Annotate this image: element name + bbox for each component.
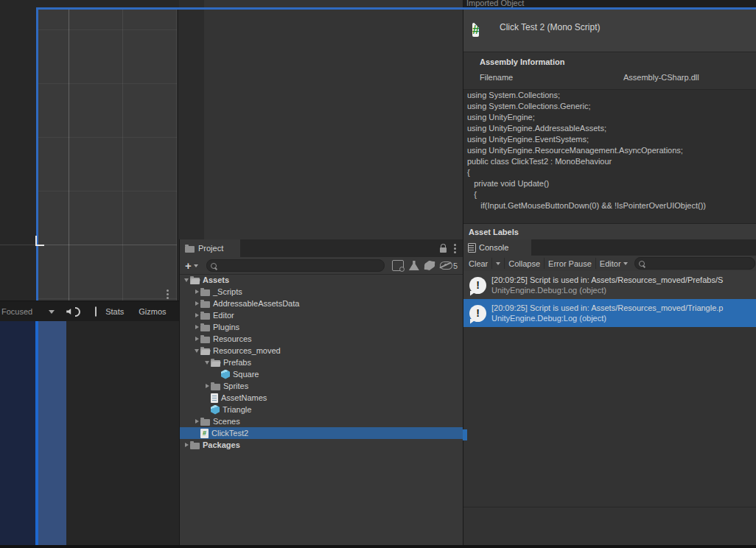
tab-console[interactable]: Console xyxy=(463,239,531,256)
game-view[interactable] xyxy=(0,321,179,545)
clear-dropdown-arrow-icon[interactable] xyxy=(492,262,504,265)
foldout-arrow-icon[interactable] xyxy=(193,325,200,329)
tree-item[interactable]: Sprites xyxy=(180,380,463,392)
folder-icon xyxy=(190,443,200,449)
asset-labels-section[interactable]: Asset Labels xyxy=(463,223,756,240)
console-panel: Console Clear Collapse Error Pause Edito… xyxy=(463,239,756,548)
error-pause-button[interactable]: Error Pause xyxy=(545,259,595,268)
label-filter-icon[interactable] xyxy=(424,260,435,271)
console-search-input[interactable] xyxy=(634,257,755,270)
project-tree: Assets_ScriptsAddressableAssetsDataEdito… xyxy=(180,274,463,545)
lock-icon[interactable] xyxy=(440,247,447,253)
create-asset-arrow-icon[interactable] xyxy=(194,264,198,267)
foldout-arrow-icon[interactable] xyxy=(193,301,200,306)
favorites-icon[interactable] xyxy=(409,261,419,270)
console-toolbar: Clear Collapse Error Pause Editor xyxy=(463,256,756,272)
scene-axis-vertical xyxy=(69,10,69,301)
folder-icon xyxy=(185,246,195,253)
project-menu-icon[interactable] xyxy=(454,244,456,253)
tree-item[interactable]: Plugins xyxy=(180,321,463,333)
mute-audio-button[interactable] xyxy=(60,307,85,317)
scene-view-extension xyxy=(179,0,463,239)
tree-item-label: Assets xyxy=(203,275,229,284)
tree-item-label: Packages xyxy=(203,440,240,449)
folder-open-icon xyxy=(200,348,210,355)
hidden-packages-toggle[interactable]: 5 xyxy=(440,261,458,270)
stats-button[interactable]: Stats xyxy=(101,307,128,316)
tree-item[interactable]: Triangle xyxy=(180,404,463,415)
unity-editor-window: Focused Stats Gizmos Project xyxy=(0,0,756,548)
tree-item[interactable]: Resources_moved xyxy=(180,345,463,356)
filename-value: Assembly-CSharp.dll xyxy=(623,73,699,82)
foldout-arrow-icon[interactable] xyxy=(183,443,190,447)
open-search-window-icon[interactable] xyxy=(392,260,404,271)
log-message-icon: ! xyxy=(469,277,486,294)
asset-labels-header: Asset Labels xyxy=(469,228,519,236)
tree-item-label: Resources xyxy=(213,334,252,343)
code-line: private void Update() xyxy=(463,178,756,189)
project-search-input[interactable] xyxy=(206,259,385,272)
folder-open-icon xyxy=(190,278,200,284)
tree-item-label: ClickTest2 xyxy=(211,429,248,438)
code-line: using System.Collections; xyxy=(463,90,756,101)
foldout-arrow-icon[interactable] xyxy=(203,384,211,388)
editor-dropdown[interactable]: Editor xyxy=(596,259,631,268)
collapse-button[interactable]: Collapse xyxy=(505,259,544,268)
filename-label: Filename xyxy=(480,73,513,82)
tree-item[interactable]: Prefabs xyxy=(180,356,463,368)
tree-item[interactable]: Editor xyxy=(180,309,463,321)
inspector-panel: Imported Object # Click Test 2 (Mono Scr… xyxy=(463,0,756,239)
foldout-arrow-icon[interactable] xyxy=(193,419,200,424)
tree-item[interactable]: Packages xyxy=(180,439,463,451)
game-view-toolbar: Focused Stats Gizmos xyxy=(0,301,179,323)
clear-button[interactable]: Clear xyxy=(465,259,491,268)
tree-item[interactable]: _Scripts xyxy=(180,286,463,298)
inspector-context-bar: Imported Object xyxy=(463,0,756,7)
script-icon: # xyxy=(200,429,209,438)
tree-item-label: Sprites xyxy=(223,382,248,390)
gizmos-button[interactable]: Gizmos xyxy=(134,307,170,316)
focus-outline-left xyxy=(36,7,38,301)
console-divider xyxy=(463,507,756,507)
tree-item[interactable]: Assets xyxy=(180,274,463,286)
foldout-arrow-icon[interactable] xyxy=(193,289,200,294)
code-line: { xyxy=(463,167,756,178)
foldout-arrow-icon[interactable] xyxy=(203,361,211,365)
console-log-entry[interactable]: ![20:09:25] Script is used in: Assets/Re… xyxy=(463,271,756,299)
foldout-arrow-icon[interactable] xyxy=(193,349,200,353)
tree-item-label: Scenes xyxy=(213,417,240,426)
folder-open-icon xyxy=(211,360,220,367)
console-tab-bar: Console xyxy=(463,239,756,256)
tree-item[interactable]: #ClickTest2 xyxy=(180,427,463,439)
display-mode-dropdown[interactable]: Focused xyxy=(1,307,32,316)
foldout-arrow-icon[interactable] xyxy=(193,337,200,341)
code-line: using UnityEngine.ResourceManagement.Asy… xyxy=(463,145,756,156)
create-asset-button[interactable]: + xyxy=(185,260,192,271)
tab-project[interactable]: Project xyxy=(180,239,240,257)
tree-item[interactable]: Scenes xyxy=(180,415,463,427)
script-preview[interactable]: using System.Collections;using System.Co… xyxy=(463,90,756,223)
inspector-title: Click Test 2 (Mono Script) xyxy=(500,22,600,32)
tree-item[interactable]: AssetNames xyxy=(180,392,463,404)
folder-icon xyxy=(211,384,220,390)
tree-item[interactable]: Square xyxy=(180,368,463,380)
code-line: using System.Collections.Generic; xyxy=(463,101,756,112)
game-view-more-icon[interactable] xyxy=(167,289,169,299)
tree-item[interactable]: AddressableAssetsData xyxy=(180,298,463,309)
tree-item[interactable]: Resources xyxy=(180,333,463,345)
console-log-entry[interactable]: ![20:09:25] Script is used in: Assets/Re… xyxy=(463,299,756,327)
code-line: public class ClickTest2 : MonoBehaviour xyxy=(463,156,756,167)
console-icon xyxy=(468,243,476,253)
camera-rect-corner xyxy=(35,236,44,246)
display-mode-arrow-icon[interactable] xyxy=(49,310,55,314)
scene-view[interactable] xyxy=(0,0,179,301)
code-line: using UnityEngine.AddressableAssets; xyxy=(463,123,756,134)
project-tab-bar: Project xyxy=(180,239,463,257)
foldout-arrow-icon[interactable] xyxy=(193,313,200,317)
search-icon xyxy=(211,263,217,269)
foldout-arrow-icon[interactable] xyxy=(183,278,190,282)
inspector-header: # Click Test 2 (Mono Script) xyxy=(463,10,756,52)
code-line: using UnityEngine.EventSystems; xyxy=(463,134,756,145)
keyboard-icon[interactable] xyxy=(95,306,97,317)
folder-icon xyxy=(200,301,210,308)
